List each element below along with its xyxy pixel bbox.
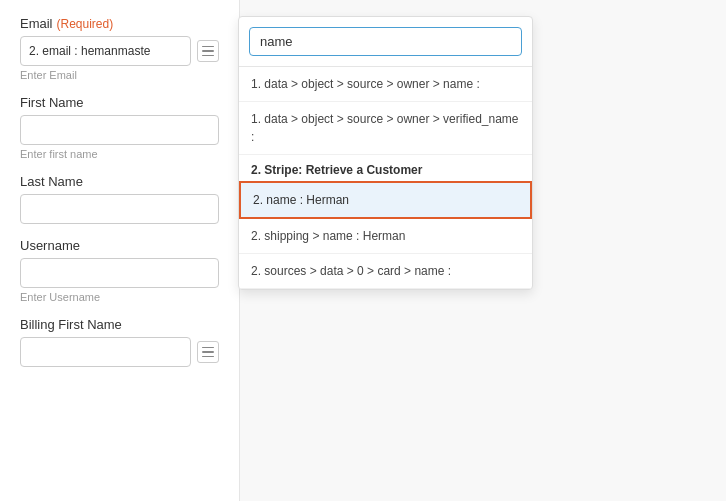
- form-panel: Email (Required) Enter Email First Name …: [0, 0, 240, 501]
- billing-first-name-input[interactable]: [20, 337, 191, 367]
- dropdown-item-1-text: 1. data > object > source > owner > name…: [251, 77, 480, 91]
- username-input[interactable]: [20, 258, 219, 288]
- dropdown-item-5[interactable]: 2. sources > data > 0 > card > name :: [239, 254, 532, 289]
- last-name-input-row: [20, 194, 219, 224]
- email-input-row: [20, 36, 219, 66]
- dropdown-list: 1. data > object > source > owner > name…: [239, 67, 532, 289]
- email-placeholder-text: Enter Email: [20, 69, 219, 81]
- username-placeholder-text: Enter Username: [20, 291, 219, 303]
- field-group-email: Email (Required) Enter Email: [20, 16, 219, 81]
- dropdown-section-header-stripe: 2. Stripe: Retrieve a Customer: [239, 155, 532, 181]
- dropdown-item-4-text: 2. shipping > name : Herman: [251, 229, 405, 243]
- first-name-label: First Name: [20, 95, 219, 110]
- email-input[interactable]: [20, 36, 191, 66]
- field-group-last-name: Last Name: [20, 174, 219, 224]
- field-group-username: Username Enter Username: [20, 238, 219, 303]
- first-name-input-row: [20, 115, 219, 145]
- billing-first-name-label: Billing First Name: [20, 317, 219, 332]
- dropdown-item-5-text: 2. sources > data > 0 > card > name :: [251, 264, 451, 278]
- first-name-input[interactable]: [20, 115, 219, 145]
- email-label-text: Email: [20, 16, 53, 31]
- first-name-placeholder-text: Enter first name: [20, 148, 219, 160]
- required-badge: (Required): [57, 17, 114, 31]
- email-label: Email (Required): [20, 16, 219, 31]
- username-input-row: [20, 258, 219, 288]
- billing-first-name-input-row: [20, 337, 219, 367]
- dropdown-search-area: [239, 17, 532, 67]
- username-label: Username: [20, 238, 219, 253]
- dropdown-item-3[interactable]: 2. name : Herman: [239, 181, 532, 219]
- dropdown-item-1[interactable]: 1. data > object > source > owner > name…: [239, 67, 532, 102]
- dropdown-item-4[interactable]: 2. shipping > name : Herman: [239, 219, 532, 254]
- dropdown-item-2-text: 1. data > object > source > owner > veri…: [251, 112, 519, 144]
- section-header-text: 2. Stripe: Retrieve a Customer: [251, 163, 422, 177]
- billing-first-name-menu-icon[interactable]: [197, 341, 219, 363]
- last-name-label-text: Last Name: [20, 174, 83, 189]
- first-name-label-text: First Name: [20, 95, 84, 110]
- dropdown-item-2[interactable]: 1. data > object > source > owner > veri…: [239, 102, 532, 155]
- dropdown-item-3-text: 2. name : Herman: [253, 193, 349, 207]
- last-name-label: Last Name: [20, 174, 219, 189]
- dropdown-panel: 1. data > object > source > owner > name…: [238, 16, 533, 290]
- email-menu-icon[interactable]: [197, 40, 219, 62]
- field-group-first-name: First Name Enter first name: [20, 95, 219, 160]
- field-group-billing-first-name: Billing First Name: [20, 317, 219, 367]
- username-label-text: Username: [20, 238, 80, 253]
- dropdown-search-input[interactable]: [249, 27, 522, 56]
- page-container: Email (Required) Enter Email First Name …: [0, 0, 726, 501]
- billing-first-name-label-text: Billing First Name: [20, 317, 122, 332]
- last-name-input[interactable]: [20, 194, 219, 224]
